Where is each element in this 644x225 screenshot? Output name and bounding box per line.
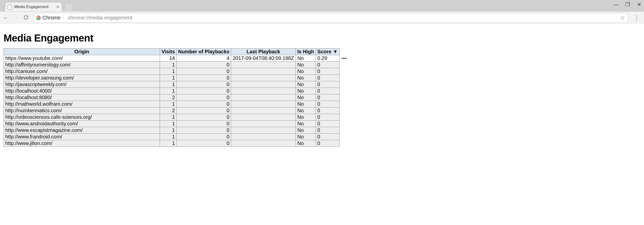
address-bar[interactable]: Chrome chrome://media-engagement ☆ [33, 13, 628, 23]
table-cell: 2017-09-04T08:40:09.188Z [231, 55, 296, 62]
table-cell [231, 121, 296, 127]
table-row: http://affinitynumerology.com/10No0 [4, 62, 340, 68]
minimize-icon[interactable]: — [613, 2, 619, 8]
browser-menu-button[interactable]: ⋮ [632, 15, 641, 21]
engagement-table: OriginVisitsNumber of PlaybacksLast Play… [4, 48, 340, 147]
table-cell: 1 [160, 75, 177, 81]
table-cell: 0 [316, 107, 339, 114]
table-cell: 14 [160, 55, 177, 62]
table-cell: 1 [160, 121, 177, 127]
back-button[interactable]: ← [3, 15, 9, 21]
chrome-icon [36, 16, 41, 20]
table-cell: 0 [177, 127, 231, 134]
table-cell: No [296, 55, 316, 62]
table-cell: 0 [177, 68, 231, 75]
table-row: http://javascriptweekly.com/10No0 [4, 81, 340, 88]
table-row: http://videosciences.cafe-sciences.org/1… [4, 114, 340, 121]
table-cell: 2 [160, 94, 177, 101]
table-cell: http://numbermatics.com/ [4, 107, 160, 114]
table-cell: No [296, 94, 316, 101]
table-cell: 1 [160, 114, 177, 121]
table-cell: http://videosciences.cafe-sciences.org/ [4, 114, 160, 121]
table-cell: http://www.frandroid.com/ [4, 134, 160, 140]
table-cell: No [296, 140, 316, 147]
page-content: Media Engagement OriginVisitsNumber of P… [0, 24, 644, 152]
maximize-icon[interactable]: ❐ [624, 2, 631, 8]
table-cell: No [296, 107, 316, 114]
table-cell: 1 [160, 101, 177, 107]
table-cell: 0 [316, 81, 339, 88]
table-row: https://www.youtube.com/1442017-09-04T08… [4, 55, 340, 62]
table-cell: 0 [316, 127, 339, 134]
table-row: http://developer.samsung.com/10No0 [4, 75, 340, 81]
url-scheme: Chrome [43, 15, 63, 21]
table-cell: http://javascriptweekly.com/ [4, 81, 160, 88]
table-cell: No [296, 75, 316, 81]
table-cell [231, 127, 296, 134]
table-cell: http://caniuse.com/ [4, 68, 160, 75]
table-cell: 0 [177, 94, 231, 101]
table-row: http://www.escapistmagazine.com/10No0 [4, 127, 340, 134]
table-cell: 0 [316, 88, 339, 94]
table-row: http://localhost:4000/10No0 [4, 88, 340, 94]
table-row: http://mathworld.wolfram.com/10No0 [4, 101, 340, 107]
table-cell: 0 [316, 62, 339, 68]
table-cell [231, 88, 296, 94]
table-cell: 0 [177, 88, 231, 94]
column-header[interactable]: Is High [296, 49, 316, 55]
table-cell: https://www.youtube.com/ [4, 55, 160, 62]
table-cell: 0 [316, 101, 339, 107]
table-cell: http://www.escapistmagazine.com/ [4, 127, 160, 134]
table-row: http://www.androidauthority.com/10No0 [4, 121, 340, 127]
table-cell [231, 107, 296, 114]
table-cell [231, 101, 296, 107]
column-header[interactable]: Visits [160, 49, 177, 55]
table-cell: 0.29 [316, 55, 339, 62]
table-cell: No [296, 114, 316, 121]
table-cell: 0 [177, 81, 231, 88]
browser-window-chrome: Media Engagement ✕ — ❐ ✕ ← → Chrome chro… [0, 0, 644, 24]
table-cell [231, 140, 296, 147]
tab-close-icon[interactable]: ✕ [56, 5, 59, 9]
table-cell: 0 [177, 140, 231, 147]
browser-tab-active[interactable]: Media Engagement ✕ [5, 2, 62, 11]
table-row: http://www.frandroid.com/10No0 [4, 134, 340, 140]
table-cell: 0 [316, 114, 339, 121]
table-cell [231, 75, 296, 81]
table-cell: 0 [177, 107, 231, 114]
table-cell: 0 [316, 134, 339, 140]
url-path: chrome://media-engagement [65, 15, 132, 21]
table-cell: 0 [316, 68, 339, 75]
table-cell: 0 [316, 75, 339, 81]
column-header[interactable]: Score ▼ [316, 49, 339, 55]
reload-button[interactable] [23, 15, 29, 21]
table-cell: http://www.androidauthority.com/ [4, 121, 160, 127]
forward-button[interactable]: → [13, 15, 19, 21]
table-cell: http://localhost:8080/ [4, 94, 160, 101]
table-cell: http://affinitynumerology.com/ [4, 62, 160, 68]
column-header[interactable]: Number of Playbacks [177, 49, 231, 55]
table-cell: 0 [177, 114, 231, 121]
table-cell: 1 [160, 81, 177, 88]
column-header[interactable]: Last Playback [231, 49, 296, 55]
table-cell [231, 134, 296, 140]
new-tab-button[interactable] [64, 3, 73, 11]
table-cell: http://mathworld.wolfram.com/ [4, 101, 160, 107]
page-title: Media Engagement [4, 32, 640, 44]
table-cell: No [296, 88, 316, 94]
table-cell: No [296, 121, 316, 127]
table-cell: 0 [316, 94, 339, 101]
window-controls: — ❐ ✕ [613, 2, 642, 8]
table-cell: 0 [316, 121, 339, 127]
table-row: http://localhost:8080/20No0 [4, 94, 340, 101]
column-header[interactable]: Origin [4, 49, 160, 55]
row-marker-icon [342, 58, 347, 59]
tab-title: Media Engagement [14, 5, 49, 9]
table-cell: 0 [177, 134, 231, 140]
close-window-icon[interactable]: ✕ [636, 2, 642, 8]
table-cell: 0 [177, 62, 231, 68]
page-icon [8, 4, 12, 9]
bookmark-star-icon[interactable]: ☆ [620, 15, 625, 21]
table-row: http://www.jilion.com/10No0 [4, 140, 340, 147]
table-cell [231, 62, 296, 68]
